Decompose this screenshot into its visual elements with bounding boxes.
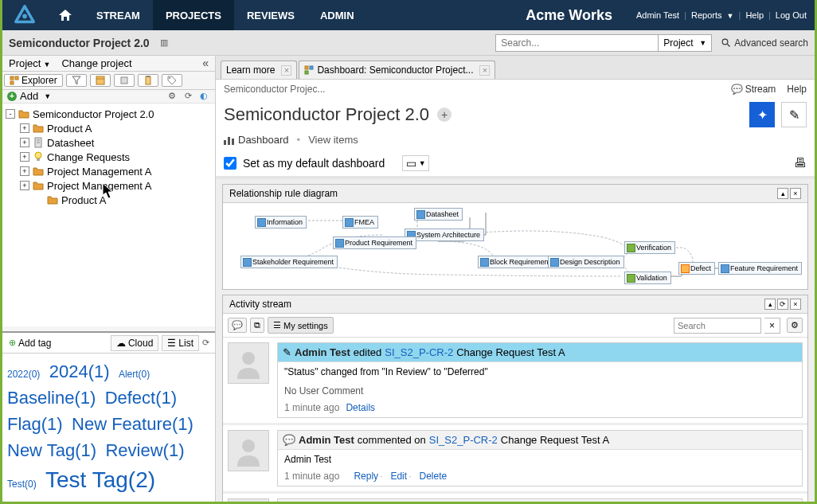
widget-close-icon[interactable]: ×	[790, 299, 801, 310]
list-tab[interactable]: ☰ List	[162, 335, 199, 351]
action-reply[interactable]: Reply	[354, 471, 378, 482]
add-tag-icon[interactable]: ⊕	[6, 337, 18, 350]
tag[interactable]: New Feature(1)	[72, 411, 194, 437]
home-icon[interactable]	[47, 0, 84, 30]
copy-icon[interactable]: ⧉	[250, 318, 264, 333]
view-items-subtab[interactable]: View items	[308, 134, 358, 146]
change-project-link[interactable]: Change project	[61, 57, 131, 69]
nav-reviews[interactable]: REVIEWS	[234, 0, 307, 30]
filter-icon[interactable]	[66, 74, 87, 87]
nav-stream[interactable]: STREAM	[84, 0, 153, 30]
tag[interactable]: Alert(0)	[119, 367, 150, 381]
activity-link-title[interactable]: Change Request Test A	[456, 346, 565, 358]
tag[interactable]: Defect(1)	[105, 385, 177, 411]
expand-icon[interactable]: -	[6, 109, 15, 119]
nav-admin[interactable]: ADMIN	[307, 0, 367, 30]
breadcrumb[interactable]: Semiconductor Projec...	[224, 84, 325, 95]
node-validation[interactable]: Validation	[624, 272, 671, 284]
node-defect[interactable]: Defect	[678, 262, 715, 275]
cloud-tab[interactable]: ☁ Cloud	[111, 335, 158, 351]
explorer-tab[interactable]: Explorer	[4, 74, 63, 87]
expand-icon[interactable]: +	[20, 152, 29, 162]
close-icon[interactable]: ×	[479, 65, 490, 76]
tree-item[interactable]: +Datasheet	[6, 135, 212, 150]
project-dropdown[interactable]: Project▼	[9, 57, 50, 69]
tags-icon[interactable]	[162, 74, 182, 87]
refresh-icon[interactable]: ⟳	[182, 90, 194, 103]
link-user[interactable]: Admin Test	[636, 10, 679, 20]
action-edit[interactable]: Edit	[390, 471, 407, 482]
add-primary-button[interactable]: ✦	[749, 102, 775, 127]
node-fmea[interactable]: FMEA	[342, 216, 378, 229]
expand-icon[interactable]: +	[20, 166, 29, 176]
tags-refresh-icon[interactable]: ⟳	[199, 337, 212, 350]
collapse-sidebar-icon[interactable]: «	[202, 57, 209, 69]
edit-button[interactable]: ✎	[781, 102, 807, 127]
releases-icon[interactable]	[90, 74, 111, 87]
default-dashboard-checkbox[interactable]	[224, 157, 236, 170]
layout-icon[interactable]: ▥	[158, 37, 170, 49]
tag[interactable]: Test(0)	[7, 477, 37, 491]
relationship-diagram[interactable]: Information FMEA Datasheet System Archit…	[223, 203, 807, 289]
activity-link[interactable]: SI_S2_P-CR-2	[385, 346, 453, 358]
tab-dashboard[interactable]: Dashboard: Semiconductor Project... ×	[299, 61, 495, 79]
search-scope-dropdown[interactable]: Project▼	[658, 34, 712, 52]
avatar[interactable]	[228, 430, 269, 471]
dashboard-subtab[interactable]: Dashboard	[224, 134, 289, 146]
logo[interactable]	[2, 0, 47, 30]
comment-icon[interactable]: 💬	[228, 318, 247, 333]
activity-gear-icon[interactable]: ⚙	[787, 318, 803, 333]
node-block-req[interactable]: Block Requirement	[478, 256, 554, 268]
tree-item[interactable]: Product A	[6, 193, 212, 207]
add-widget-button[interactable]: +	[437, 107, 452, 122]
details-link[interactable]: Details	[346, 402, 375, 413]
node-stakeholder-req[interactable]: Stakeholder Requirement	[240, 256, 338, 268]
tree-item[interactable]: -Semiconductor Project 2.0	[6, 107, 212, 121]
tag[interactable]: Baseline(1)	[7, 385, 96, 411]
widget-refresh-icon[interactable]: ⟳	[777, 299, 788, 310]
link-reports[interactable]: Reports ▼	[691, 10, 734, 20]
link-logout[interactable]: Log Out	[776, 10, 807, 20]
sync-icon[interactable]: ◐	[197, 90, 210, 103]
avatar[interactable]	[228, 498, 269, 502]
help-link[interactable]: Help	[787, 84, 807, 95]
node-product-req[interactable]: Product Requirement	[333, 236, 416, 249]
expand-icon[interactable]: +	[20, 138, 29, 147]
tab-learn-more[interactable]: Learn more ×	[221, 61, 297, 79]
avatar[interactable]	[228, 342, 269, 384]
tree-item[interactable]: +Project Management A	[6, 164, 212, 178]
print-icon[interactable]: 🖶	[794, 156, 807, 170]
my-settings-button[interactable]: ☰ My settings	[268, 317, 334, 334]
tag[interactable]: Flag(1)	[7, 411, 63, 437]
node-feature-req[interactable]: Feature Requirement	[718, 262, 802, 275]
action-delete[interactable]: Delete	[419, 471, 447, 482]
tests-icon[interactable]	[138, 74, 158, 87]
expand-icon[interactable]: +	[20, 123, 29, 133]
widget-collapse-icon[interactable]: ▴	[777, 188, 788, 199]
tag[interactable]: New Tag(1)	[7, 437, 96, 463]
close-icon[interactable]: ×	[281, 65, 291, 76]
gear-icon[interactable]: ⚙	[166, 90, 178, 103]
node-information[interactable]: Information	[255, 216, 307, 229]
clear-search-icon[interactable]: ×	[764, 318, 780, 334]
tree-item[interactable]: +Product A	[6, 121, 212, 135]
tag[interactable]: 2024(1)	[49, 358, 110, 385]
widget-collapse-icon[interactable]: ▴	[764, 299, 776, 310]
tag[interactable]: Test Tag(2)	[45, 463, 155, 497]
baselines-icon[interactable]	[114, 74, 135, 87]
node-verification[interactable]: Verification	[624, 241, 675, 254]
activity-user[interactable]: Admin Test	[299, 434, 354, 446]
widget-close-icon[interactable]: ×	[790, 188, 801, 199]
tag[interactable]: Review(1)	[105, 437, 184, 463]
nav-projects[interactable]: PROJECTS	[153, 0, 234, 30]
tree-item[interactable]: +Project Management A	[6, 178, 212, 193]
activity-user[interactable]: Admin Test	[295, 346, 350, 358]
add-tag-link[interactable]: Add tag	[18, 338, 51, 349]
layout-dropdown[interactable]: ▭ ▼	[402, 155, 429, 171]
node-datasheet[interactable]: Datasheet	[414, 208, 463, 221]
activity-link-title[interactable]: Change Request Test A	[501, 434, 609, 446]
tree-item[interactable]: +Change Requests	[6, 150, 212, 164]
activity-link[interactable]: SI_S2_P-CR-2	[429, 434, 498, 446]
stream-link[interactable]: 💬 Stream	[731, 84, 776, 95]
tag[interactable]: 2022(0)	[7, 367, 40, 381]
